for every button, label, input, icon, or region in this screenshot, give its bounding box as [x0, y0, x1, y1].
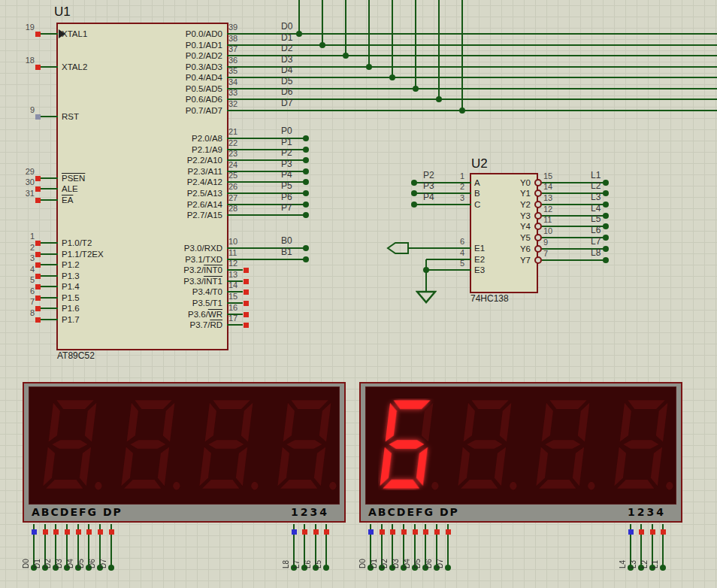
pin-number: 14 — [228, 280, 237, 290]
wire-segment[interactable] — [227, 77, 717, 78]
wire-segment[interactable] — [40, 177, 58, 179]
wire-segment[interactable] — [438, 0, 440, 99]
wire-segment[interactable] — [227, 149, 305, 150]
pin-name: P0.3/AD3 — [113, 62, 222, 72]
wire-segment[interactable] — [40, 199, 58, 201]
wire-segment[interactable] — [227, 259, 305, 260]
wire-segment[interactable] — [227, 159, 305, 161]
pin-state-square — [628, 529, 634, 535]
pin-number: 9 — [15, 105, 35, 115]
pin-number: 38 — [228, 34, 237, 44]
junction-dot — [603, 213, 609, 219]
wire-segment[interactable] — [227, 181, 305, 183]
pin-state-square — [35, 186, 41, 192]
pin-name: P3.0/RXD — [113, 243, 222, 253]
wire-segment[interactable] — [322, 0, 323, 45]
wire-segment[interactable] — [227, 247, 305, 249]
wire-segment[interactable] — [227, 204, 305, 205]
wire-segment[interactable] — [542, 259, 606, 261]
wire-segment[interactable] — [40, 264, 58, 265]
wire-segment[interactable] — [426, 259, 471, 260]
net-label: L7 — [591, 237, 601, 247]
wire-segment[interactable] — [40, 242, 58, 244]
wire-segment[interactable] — [40, 297, 58, 299]
pin-number: 7 — [15, 297, 35, 307]
wire-segment[interactable] — [227, 214, 305, 216]
junction-dot — [303, 245, 309, 251]
clock-input-icon — [59, 29, 65, 38]
wire-segment[interactable] — [40, 33, 58, 35]
wire-segment[interactable] — [40, 116, 58, 117]
net-label: L6 — [591, 226, 601, 235]
inverter-bubble-icon — [534, 201, 542, 208]
display-pin-label: L1 — [651, 537, 660, 568]
pin-name: Y2 — [498, 199, 531, 210]
junction-dot — [389, 74, 395, 80]
wire-segment[interactable] — [461, 0, 463, 111]
wire-segment[interactable] — [227, 66, 717, 68]
net-label: L4 — [591, 204, 601, 214]
wire-segment[interactable] — [298, 0, 300, 34]
wire-segment[interactable] — [407, 247, 471, 249]
wire-segment[interactable] — [227, 55, 717, 56]
display-pin-label: D1 — [370, 537, 379, 568]
wire-segment[interactable] — [345, 0, 346, 56]
wire-segment[interactable] — [40, 308, 58, 309]
wire-segment[interactable] — [40, 286, 58, 287]
pin-number: 15 — [543, 171, 552, 181]
wire-segment[interactable] — [227, 44, 717, 46]
net-label: P5 — [281, 181, 292, 191]
pin-number: 13 — [228, 270, 237, 280]
net-label: D6 — [281, 87, 292, 97]
pin-name: P2.3/A11 — [113, 166, 222, 177]
net-label: L3 — [591, 192, 601, 202]
display-pin-label: D3 — [392, 537, 401, 568]
wire-segment[interactable] — [227, 324, 243, 326]
net-label: B1 — [281, 247, 292, 257]
wire-segment[interactable] — [40, 275, 58, 277]
wire-segment[interactable] — [227, 88, 717, 89]
wire-segment[interactable] — [40, 188, 58, 189]
pin-number: 25 — [228, 171, 237, 180]
pin-name: P2.6/A14 — [113, 199, 222, 210]
pin-state-square — [368, 529, 374, 535]
pin-number: 33 — [228, 88, 237, 98]
net-label: L1 — [591, 171, 601, 180]
pin-number: 23 — [228, 149, 237, 159]
wire-segment[interactable] — [425, 259, 427, 292]
pin-number: 12 — [228, 259, 237, 268]
wire-segment[interactable] — [40, 253, 58, 255]
schematic-canvas[interactable]: U1 AT89C52 U2 74HC138 19XTAL118XTAL29RST… — [0, 0, 717, 588]
pin-state-square — [650, 529, 655, 535]
wire-segment[interactable] — [392, 0, 393, 77]
pin-name: P0.2/AD2 — [113, 50, 222, 61]
wire-segment[interactable] — [415, 0, 416, 89]
display-pin-label: D6 — [88, 537, 97, 568]
wire-segment[interactable] — [40, 66, 58, 68]
wire-segment[interactable] — [40, 319, 58, 320]
pin-number: 21 — [228, 127, 237, 137]
wire-segment[interactable] — [426, 269, 471, 271]
wire-segment[interactable] — [227, 110, 717, 111]
wire-segment[interactable] — [413, 204, 471, 205]
pin-name: P3.2/INT0 — [113, 265, 222, 275]
wire-segment[interactable] — [227, 171, 305, 172]
junction-dot — [436, 96, 442, 102]
pin-number: 11 — [228, 248, 237, 258]
pin-number: 18 — [15, 56, 35, 65]
wire-segment[interactable] — [227, 99, 717, 100]
wire-segment[interactable] — [368, 0, 370, 67]
wire-segment[interactable] — [227, 192, 305, 194]
junction-dot — [411, 190, 417, 196]
inverter-bubble-icon — [534, 256, 542, 264]
pin-state-square — [35, 252, 41, 257]
wire-segment[interactable] — [227, 138, 305, 139]
pin-name: P2.4/A12 — [113, 177, 222, 187]
pin-name: P3.1/TXD — [113, 254, 222, 265]
junction-dot — [303, 135, 309, 141]
display-pin-label: D5 — [77, 537, 86, 568]
pin-state-square — [86, 529, 92, 535]
ground-icon — [416, 290, 437, 305]
pin-name: A — [474, 177, 480, 188]
pin-state-square — [244, 312, 249, 317]
